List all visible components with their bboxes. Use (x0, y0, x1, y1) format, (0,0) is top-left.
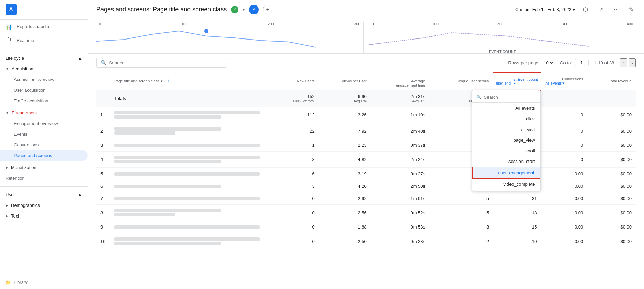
title-dropdown-btn[interactable]: ▾ (243, 7, 245, 12)
row-scrolls: 5 (429, 205, 493, 221)
goto-input[interactable] (575, 59, 589, 66)
row-views: 4.20 (319, 180, 371, 192)
row-scrolls: 5 (429, 192, 493, 205)
data-table: Page title and screen class ▾ + New user… (96, 72, 636, 249)
topbar-left: Pages and screens: Page title and screen… (96, 5, 272, 14)
acquisition-parent[interactable]: ▼ Acquisition (0, 64, 88, 74)
th-row-num (96, 72, 110, 90)
main-content: Pages and screens: Page title and screen… (88, 0, 644, 289)
left-chart-svg (96, 27, 363, 48)
row-dimension (110, 168, 271, 180)
row-new-users: 0 (271, 205, 319, 221)
row-dimension (110, 192, 271, 205)
search-box[interactable]: 🔍 (96, 58, 227, 68)
sidebar-item-engagement-overview[interactable]: Engagement overview (0, 118, 88, 129)
th-event-count: ↓ ↓Event count user_eng... ▾ 🔍 (493, 72, 541, 90)
compare-icon[interactable]: 〰 (611, 5, 621, 14)
sidebar-item-reports-snapshot[interactable]: 📊 Reports snapshot (0, 20, 88, 33)
table-row: 2 22 7.92 2m 40s 11 0 $0.00 (96, 123, 636, 139)
row-new-users: 112 (271, 107, 319, 123)
row-views: 4.82 (319, 152, 371, 168)
user-label: User (6, 192, 15, 197)
date-range-value: Feb 1 - Feb 8, 2022 (532, 7, 571, 12)
row-views: 7.92 (319, 123, 371, 139)
add-column-btn[interactable]: + (167, 78, 170, 84)
topbar: Pages and screens: Page title and screen… (88, 0, 644, 19)
table-row: 7 0 2.92 1m 01s 5 31 0.00 $0.00 (96, 192, 636, 205)
row-event-count: 15 (493, 221, 541, 233)
topbar-right: Custom Feb 1 - Feb 8, 2022 ▾ ⬡ ↗ 〰 ✎ (515, 5, 636, 14)
table-scroll-area: Page title and screen class ▾ + New user… (88, 72, 644, 289)
dropdown-item-scroll[interactable]: scroll (472, 145, 540, 156)
dropdown-search-box[interactable]: 🔍 (472, 92, 540, 103)
blurred-title-6 (114, 185, 221, 188)
engagement-red-arrow: ← (43, 110, 47, 115)
acquisition-arrow: ▼ (6, 67, 9, 71)
edit-icon[interactable]: ✎ (626, 5, 636, 14)
share-icon[interactable]: ⬡ (581, 5, 590, 14)
sidebar-header: A (0, 0, 88, 20)
th-views-per-user: Views per user (319, 72, 371, 90)
sidebar-item-acquisition-overview[interactable]: Acquisition overview (0, 74, 88, 85)
th-unique-scrolls: Unique user scrolls (429, 72, 493, 90)
sidebar-item-retention[interactable]: Retention (0, 173, 88, 184)
dropdown-item-first-visit[interactable]: first_visit (472, 124, 540, 135)
monetization-parent[interactable]: ▶ Monetization (0, 162, 88, 173)
dropdown-item-video-complete[interactable]: video_complete (472, 179, 540, 189)
row-new-users: 22 (271, 123, 319, 139)
blurred-subtitle-10 (114, 242, 221, 245)
user-section-header[interactable]: User ▲ (0, 189, 88, 200)
chart-area: 0 100 200 300 0 100 200 300 (88, 19, 644, 54)
row-engagement: 0m 53s (371, 221, 429, 233)
acquisition-group: ▼ Acquisition Acquisition overview User … (0, 64, 88, 106)
sidebar-item-events[interactable]: Events (0, 129, 88, 140)
row-new-users: 0 (271, 221, 319, 233)
blurred-title-8 (114, 209, 221, 212)
row-views: 3.26 (319, 107, 371, 123)
dropdown-search-input[interactable] (484, 95, 536, 100)
row-engagement: 0m 27s (371, 168, 429, 180)
blurred-subtitle-2 (114, 131, 175, 135)
lifecycle-section-header[interactable]: Life cycle ▲ (0, 53, 88, 64)
dropdown-item-all-events[interactable]: All events (472, 103, 540, 113)
prev-page-btn[interactable]: ‹ (620, 58, 627, 67)
left-chart (96, 27, 363, 48)
sidebar-item-realtime[interactable]: ⏱ Realtime (0, 33, 88, 47)
totals-label: Totals (110, 90, 271, 107)
sidebar-item-traffic-acquisition[interactable]: Traffic acquisition (0, 96, 88, 106)
search-icon: 🔍 (101, 60, 106, 65)
conversions-sub[interactable]: All events ▾ (546, 81, 583, 86)
dropdown-item-user-engagement[interactable]: user_engagement (472, 167, 540, 179)
sidebar-item-conversions[interactable]: Conversions (0, 140, 88, 150)
tech-parent[interactable]: ▶ Tech (0, 211, 88, 221)
next-page-btn[interactable]: › (629, 58, 636, 67)
add-comparison-btn[interactable]: + (263, 5, 272, 14)
demographics-arrow: ▶ (6, 203, 8, 207)
event-count-sub[interactable]: user_eng... ▾ (496, 81, 538, 85)
date-range-selector[interactable]: Custom Feb 1 - Feb 8, 2022 ▾ (515, 7, 575, 12)
export-icon[interactable]: ↗ (596, 5, 605, 14)
search-input[interactable] (109, 60, 223, 65)
row-dimension (110, 123, 271, 139)
library-label: Library (14, 280, 28, 285)
dropdown-item-session-start[interactable]: session_start (472, 156, 540, 167)
rows-per-page-select[interactable]: 10 25 50 (542, 60, 554, 66)
dropdown-search-icon: 🔍 (476, 95, 481, 99)
table-row: 8 0 2.56 0m 52s 5 18 0.00 $0.00 (96, 205, 636, 221)
row-new-users: 0 (271, 192, 319, 205)
sidebar-item-user-acquisition[interactable]: User acquisition (0, 85, 88, 96)
table-row: 6 3 4.20 2m 50s 1 35 0.00 $0.00 (96, 180, 636, 192)
demographics-parent[interactable]: ▶ Demographics (0, 200, 88, 211)
row-num: 9 (96, 221, 110, 233)
sidebar-item-pages-and-screens[interactable]: Pages and screens ← (0, 150, 88, 161)
svg-point-0 (204, 29, 208, 33)
engagement-parent[interactable]: ▼ Engagement ← (0, 108, 88, 118)
sort-down-icon: ↓ (513, 77, 515, 81)
row-new-users: 8 (271, 152, 319, 168)
dropdown-item-page-view[interactable]: page_view (472, 135, 540, 145)
dropdown-item-click[interactable]: click (472, 113, 540, 124)
dimension-dropdown-arrow[interactable]: ▾ (161, 79, 163, 84)
library-item[interactable]: 📁 Library (0, 276, 88, 289)
row-new-users: 0 (271, 233, 319, 249)
row-num: 5 (96, 168, 110, 180)
